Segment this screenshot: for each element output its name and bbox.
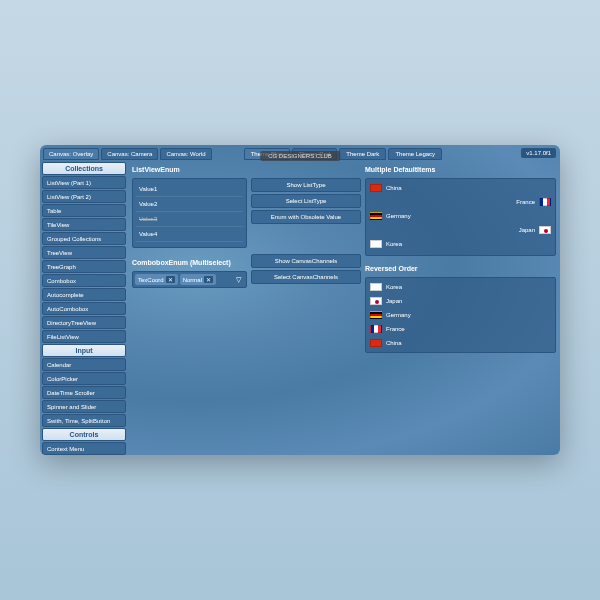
country-row[interactable]: Korea [368,237,553,251]
sidebar-item[interactable]: Context Menu [42,442,126,455]
country-name: Germany [386,312,411,318]
sidebar-item[interactable]: TreeGraph [42,260,126,273]
country-name: China [386,185,402,191]
country-row[interactable]: France [368,322,553,336]
country-name: Korea [386,241,402,247]
list-item[interactable]: Value4 [136,227,243,242]
section-header: Input [42,344,126,357]
sidebar-item[interactable]: Spinner and Slider [42,400,126,413]
country-name: Korea [386,284,402,290]
flag-icon [539,198,551,206]
reversed-list[interactable]: Korea Japan Germany France China [365,277,556,353]
action-button[interactable]: Show ListType [251,178,361,192]
action-button[interactable]: Select ListType [251,194,361,208]
flag-icon [370,184,382,192]
body: CollectionsListView (Part 1)ListView (Pa… [40,160,560,455]
flag-icon [539,226,551,234]
canvas-tab[interactable]: Canvas: Camera [101,148,158,160]
sidebar-item[interactable]: Calendar [42,358,126,371]
sidebar-item[interactable]: Combobox [42,274,126,287]
sidebar-item[interactable]: TreeView [42,246,126,259]
country-row[interactable]: Korea [368,280,553,294]
country-name: France [386,326,405,332]
action-button[interactable]: Show CanvasChannels [251,254,361,268]
country-name: France [516,199,535,205]
flag-icon [370,283,382,291]
main-area: ListViewEnum Value1Value2Value3Value4 Co… [128,160,560,455]
multi-default-list[interactable]: ChinaFrance GermanyJapan Korea [365,178,556,256]
sidebar-item[interactable]: Autocomplete [42,288,126,301]
country-row[interactable]: France [368,195,553,209]
country-row[interactable]: Japan [368,223,553,237]
action-button[interactable]: Enum with Obsolete Value [251,210,361,224]
combobox-multiselect[interactable]: TexCoord ✕Normal ✕▽ [132,271,247,288]
sidebar-item[interactable]: AutoCombobox [42,302,126,315]
canvas-actions: Show CanvasChannelsSelect CanvasChannels [251,254,361,286]
flag-icon [370,240,382,248]
chip-remove-icon[interactable]: ✕ [166,276,175,283]
listtype-actions: Show ListTypeSelect ListTypeEnum with Ob… [251,178,361,226]
country-row[interactable]: Germany [368,308,553,322]
sidebar-item[interactable]: Table [42,204,126,217]
combobox-title: ComboboxEnum (Multiselect) [132,257,247,268]
listview-enum-panel[interactable]: Value1Value2Value3Value4 [132,178,247,248]
sidebar-item[interactable]: ColorPicker [42,372,126,385]
sidebar-item[interactable]: ListView (Part 2) [42,190,126,203]
country-name: Japan [386,298,402,304]
flag-icon [370,339,382,347]
action-button[interactable]: Select CanvasChannels [251,270,361,284]
sidebar-item[interactable]: FileListView [42,330,126,343]
sidebar-item[interactable]: TileView [42,218,126,231]
chip-remove-icon[interactable]: ✕ [204,276,213,283]
flag-icon [370,325,382,333]
section-header: Collections [42,162,126,175]
list-item[interactable]: Value3 [136,212,243,227]
canvas-tabs: Canvas: OverlayCanvas: CameraCanvas: Wor… [43,148,212,160]
multi-default-title: Multiple DefaultItems [365,164,556,175]
dropdown-icon[interactable]: ▽ [233,276,244,284]
country-row[interactable]: China [368,336,553,350]
flag-icon [370,212,382,220]
chip[interactable]: TexCoord ✕ [135,274,178,285]
country-name: Germany [386,213,411,219]
app-window: CG DESIGNERS.CLUB v1.17.0f1 Canvas: Over… [40,145,560,455]
theme-tab[interactable]: Theme Legacy [388,148,442,160]
sidebar: CollectionsListView (Part 1)ListView (Pa… [40,160,128,455]
chip[interactable]: Normal ✕ [180,274,216,285]
sidebar-item[interactable]: ListView (Part 1) [42,176,126,189]
sidebar-item[interactable]: Grouped Collections [42,232,126,245]
list-item[interactable]: Value1 [136,182,243,197]
sidebar-item[interactable]: Swith, Time, SplitButton [42,414,126,427]
theme-tab[interactable]: Theme Dark [339,148,386,160]
country-name: China [386,340,402,346]
sidebar-item[interactable]: DirectoryTreeView [42,316,126,329]
flag-icon [370,297,382,305]
country-name: Japan [519,227,535,233]
flag-icon [370,311,382,319]
section-header: Controls [42,428,126,441]
canvas-tab[interactable]: Canvas: World [160,148,211,160]
listview-enum-title: ListViewEnum [132,164,247,175]
list-item[interactable]: Value2 [136,197,243,212]
country-row[interactable]: Germany [368,209,553,223]
country-row[interactable]: Japan [368,294,553,308]
sidebar-item[interactable]: DateTime Scroller [42,386,126,399]
reversed-title: Reversed Order [365,263,556,274]
canvas-tab[interactable]: Canvas: Overlay [43,148,99,160]
country-row[interactable]: China [368,181,553,195]
watermark: CG DESIGNERS.CLUB [260,151,340,161]
